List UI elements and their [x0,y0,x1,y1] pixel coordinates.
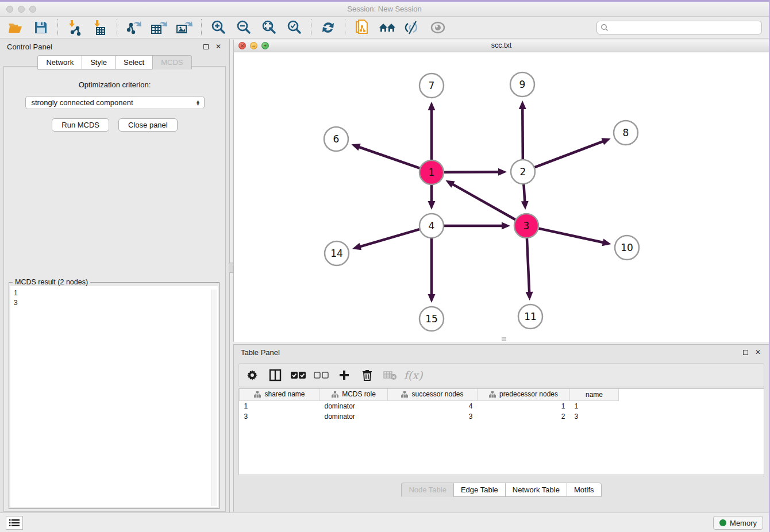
edge-2-3[interactable] [523,184,525,202]
search-input[interactable] [609,24,758,32]
panel-splitter-grip[interactable] [229,263,233,273]
table-row[interactable]: 1 dominator 4 1 1 [240,401,619,412]
maximize-window-button[interactable] [29,6,36,13]
mcds-result-textarea[interactable]: 1 3 [10,286,218,507]
toolbar-separator [117,19,117,36]
export-image-icon[interactable] [174,18,195,37]
zoom-selected-icon[interactable] [283,18,305,37]
toolbar-separator [201,19,202,36]
hide-graphics-details-icon[interactable] [402,18,424,37]
table-settings-icon[interactable] [245,368,260,383]
network-minimize-button[interactable]: − [250,42,257,49]
zoom-in-icon[interactable] [207,18,229,37]
run-mcds-button[interactable]: Run MCDS [52,118,109,132]
list-icon [9,519,20,527]
graph-node-label: 9 [519,79,526,90]
import-network-icon[interactable] [64,18,86,37]
function-builder-icon[interactable]: f(x) [406,368,421,383]
optimization-criterion-label: Optimization criterion: [4,80,225,89]
mcds-result-group: MCDS result (2 nodes) 1 3 [9,282,220,509]
graph-node-label: 4 [429,220,435,232]
edge-2-9[interactable] [522,108,523,159]
open-session-icon[interactable] [5,18,26,37]
apply-layout-icon[interactable] [317,18,339,37]
edge-4-14[interactable] [359,229,419,246]
criterion-dropdown[interactable]: strongly connected component ▲▼ [25,96,205,109]
edge-3-11[interactable] [527,238,529,293]
close-panel-icon[interactable]: ✕ [214,43,222,51]
column-header-predecessor-nodes[interactable]: predecessor nodes [478,389,570,401]
window-title: Session: New Session [0,2,769,17]
memory-label: Memory [730,519,757,527]
float-table-panel-icon[interactable] [741,348,749,356]
zoom-fit-icon[interactable] [258,18,280,37]
zoom-out-icon[interactable] [233,18,255,37]
tab-node-table[interactable]: Node Table [401,483,453,497]
close-panel-button[interactable]: Close panel [118,118,178,132]
import-table-icon[interactable] [89,18,111,37]
edge-2-8[interactable] [535,141,604,168]
edge-3-10[interactable] [538,229,603,243]
edge-arrowhead [428,294,436,303]
tab-edge-table[interactable]: Edge Table [453,483,505,497]
network-maximize-button[interactable]: + [261,42,269,49]
memory-status-icon [719,519,726,526]
task-history-button[interactable] [6,516,23,530]
save-session-icon[interactable] [30,18,52,37]
column-header-name[interactable]: name [570,389,619,401]
criterion-value: strongly connected component [32,98,196,107]
result-scrollbar[interactable] [211,290,217,506]
result-line: 1 [14,288,218,298]
main-toolbar [0,17,769,38]
tab-network-table[interactable]: Network Table [505,483,567,497]
column-header-mcds-role[interactable]: MCDS role [320,389,388,401]
export-table-icon[interactable] [148,18,170,37]
graph-node-label: 6 [333,133,340,145]
edge-arrowhead [351,144,360,151]
search-icon [600,24,609,32]
first-neighbors-icon[interactable] [376,18,398,37]
clone-network-icon[interactable] [351,18,373,37]
memory-button[interactable]: Memory [713,516,763,530]
table-panel: Table Panel ✕ f(x) [233,344,769,512]
split-columns-icon[interactable] [268,368,283,383]
graph-node-label: 15 [425,313,438,325]
edge-1-2[interactable] [444,172,499,172]
canvas-resize-grip[interactable] [502,337,506,341]
graph-node-label: 10 [621,242,633,253]
tab-style[interactable]: Style [82,55,115,70]
network-canvas[interactable]: 7968124314101511 [234,52,769,342]
delete-column-icon[interactable] [360,368,375,383]
close-table-panel-icon[interactable]: ✕ [754,348,762,356]
network-close-button[interactable]: ✕ [238,42,246,49]
select-all-columns-icon[interactable] [291,368,306,383]
tab-motifs[interactable]: Motifs [567,483,602,497]
result-line: 3 [14,298,218,308]
edge-1-6[interactable] [359,147,420,168]
table-row[interactable]: 3 dominator 3 2 3 [240,411,619,422]
column-header-shared-name[interactable]: shared name [240,389,320,401]
edge-arrowhead [428,201,436,210]
deselect-all-columns-icon[interactable] [314,368,329,383]
float-panel-icon[interactable] [202,43,210,51]
table-tabs: Node Table Edge Table Network Table Moti… [234,483,769,497]
export-network-icon[interactable] [123,18,145,37]
minimize-window-button[interactable] [18,6,25,13]
delete-table-icon[interactable] [383,368,398,383]
edge-arrowhead [352,243,361,250]
edge-3-1[interactable] [452,184,515,219]
tab-select[interactable]: Select [115,55,152,70]
show-graphics-details-icon[interactable] [427,18,449,37]
graph-node-label: 11 [524,311,537,322]
tab-mcds[interactable]: MCDS [152,55,191,70]
graph-node-label: 7 [429,80,435,91]
close-window-button[interactable] [6,6,13,13]
tab-network[interactable]: Network [37,55,82,70]
table-toolbar: f(x) [238,363,764,387]
network-window-title: scc.txt [234,40,769,52]
window-titlebar: Session: New Session [0,2,769,17]
graph-node-label: 14 [330,248,343,259]
add-column-icon[interactable] [337,368,352,383]
search-box [596,21,762,34]
column-header-successor-nodes[interactable]: successor nodes [388,389,478,401]
